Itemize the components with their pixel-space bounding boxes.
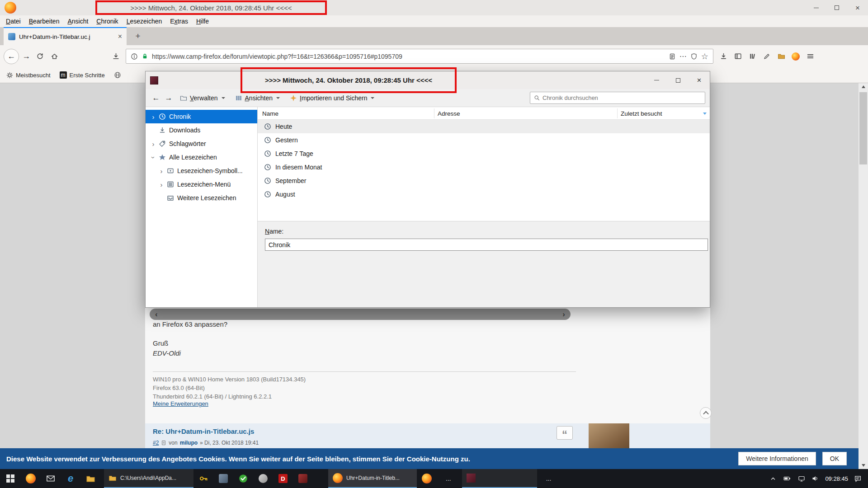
tree-item-downloads[interactable]: Downloads	[146, 123, 257, 137]
taskbar-library-button[interactable]	[462, 469, 537, 488]
menu-datei[interactable]: Datei	[2, 15, 25, 27]
scroll-left-icon[interactable]: ‹	[155, 310, 158, 319]
cookie-info-button[interactable]: Weitere Informationen	[738, 452, 816, 465]
globe-icon[interactable]	[114, 71, 121, 79]
home-button[interactable]	[47, 49, 61, 64]
taskbar-app-icon-1[interactable]	[213, 469, 233, 488]
menu-lesezeichen[interactable]: Lesezeichen	[123, 15, 166, 27]
new-tab-button[interactable]: +	[131, 30, 145, 42]
chevron-right-icon[interactable]: ›	[159, 181, 164, 188]
taskbar-key-icon[interactable]	[193, 469, 213, 488]
taskbar-app-icon-3[interactable]	[293, 469, 313, 488]
taskbar-overflow-2[interactable]: ...	[546, 475, 552, 482]
history-row-august[interactable]: August	[258, 188, 710, 201]
reload-button[interactable]	[33, 49, 47, 64]
history-row-letzte-7-tage[interactable]: Letzte 7 Tage	[258, 147, 710, 160]
menu-ansicht[interactable]: Ansicht	[63, 15, 92, 27]
column-header-name[interactable]: Name	[262, 107, 278, 120]
chevron-right-icon[interactable]: ›	[159, 168, 164, 174]
taskbar-firefox-icon-2[interactable]	[417, 469, 437, 488]
library-maximize-button[interactable]	[667, 71, 689, 89]
tree-item-lesezeichen-symbolleiste[interactable]: › Lesezeichen-Symboll...	[146, 164, 257, 178]
maximize-button[interactable]	[826, 0, 847, 15]
tree-item-alle-lesezeichen[interactable]: › Alle Lesezeichen	[146, 150, 257, 164]
bookmarks-folder-button[interactable]	[774, 49, 788, 64]
taskbar-explorer-button[interactable]: C:\Users\Andi\AppDa...	[104, 469, 193, 488]
history-row-heute[interactable]: Heute	[258, 120, 710, 133]
tab-close-icon[interactable]: ×	[118, 33, 122, 41]
network-icon[interactable]	[797, 475, 806, 482]
ansichten-button[interactable]: Ansichten	[231, 92, 285, 104]
taskbar-dictionary-icon[interactable]: D	[273, 469, 293, 488]
menu-hilfe[interactable]: Hilfe	[192, 15, 213, 27]
taskbar-folder-icon[interactable]	[80, 469, 100, 488]
scroll-right-icon[interactable]: ›	[562, 310, 565, 319]
column-separator[interactable]	[617, 108, 618, 118]
menu-chronik[interactable]: Chronik	[92, 15, 122, 27]
url-bar[interactable]: https://www.camp-firefox.de/forum/viewto…	[126, 49, 713, 64]
scroll-to-top-button[interactable]	[700, 407, 712, 419]
scrollbar-up-button[interactable]	[859, 83, 868, 90]
tray-chevron-up-icon[interactable]	[769, 475, 777, 482]
library-button[interactable]	[745, 49, 760, 64]
close-button[interactable]: ×	[847, 0, 868, 15]
action-center-icon[interactable]	[854, 475, 862, 483]
library-back-button[interactable]: ←	[150, 92, 162, 104]
menu-bearbeiten[interactable]: Bearbeiten	[25, 15, 64, 27]
tab-active[interactable]: Uhr+Datum-in-Titlebar.uc.j ×	[4, 27, 127, 45]
browser-scrollbar[interactable]	[859, 83, 868, 469]
taskbar-edge-icon[interactable]: e	[61, 469, 80, 488]
post-author-link[interactable]: milupo	[180, 440, 198, 446]
code-block-scrollbar[interactable]: ‹ ›	[150, 309, 571, 320]
scrollbar-thumb[interactable]	[859, 92, 867, 164]
library-minimize-button[interactable]	[646, 71, 667, 89]
back-button[interactable]: ←	[4, 49, 19, 64]
post-title-link[interactable]: Re: Uhr+Datum-in-Titlebar.uc.js	[153, 427, 254, 435]
post-number-link[interactable]: #2	[153, 440, 159, 446]
scrollbar-down-button[interactable]	[859, 462, 868, 469]
signature-link[interactable]: Meine Erweiterungen	[153, 400, 208, 407]
chevron-right-icon[interactable]: ›	[151, 113, 156, 120]
forward-button[interactable]: →	[20, 49, 33, 64]
battery-icon[interactable]	[783, 475, 792, 482]
tree-item-weitere-lesezeichen[interactable]: Weitere Lesezeichen	[146, 191, 257, 205]
taskbar-mail-icon[interactable]	[41, 469, 61, 488]
importieren-button[interactable]: Importieren und Sichern	[285, 92, 379, 104]
minimize-button[interactable]	[806, 0, 826, 15]
info-icon[interactable]	[131, 53, 138, 60]
cookie-ok-button[interactable]: OK	[822, 452, 847, 465]
taskbar-overflow-1[interactable]: ...	[446, 475, 451, 482]
chevron-down-icon[interactable]: ›	[150, 155, 157, 160]
lock-icon[interactable]	[142, 53, 148, 60]
menu-extras[interactable]: Extras	[166, 15, 192, 27]
taskbar-antivirus-icon[interactable]	[233, 469, 253, 488]
bookmark-meistbesucht[interactable]: Meistbesucht	[6, 72, 51, 79]
downloads-button[interactable]	[716, 49, 731, 64]
page-actions-icon[interactable]: ⋯	[679, 52, 687, 61]
save-page-button[interactable]	[108, 49, 123, 64]
quote-button[interactable]: “	[557, 426, 573, 440]
taskbar-clock[interactable]: 09:28:45	[825, 475, 848, 482]
taskbar-firefox-button[interactable]: Uhr+Datum-in-Titleb...	[328, 469, 417, 488]
bookmark-star-icon[interactable]: ☆	[701, 52, 708, 61]
column-header-zuletzt-besucht[interactable]: Zuletzt besucht	[621, 107, 662, 120]
library-forward-button[interactable]: →	[163, 92, 175, 104]
shield-icon[interactable]	[690, 53, 698, 60]
tree-item-lesezeichen-menue[interactable]: › Lesezeichen-Menü	[146, 178, 257, 191]
chevron-right-icon[interactable]: ›	[151, 141, 156, 147]
history-row-gestern[interactable]: Gestern	[258, 133, 710, 147]
column-header-adresse[interactable]: Adresse	[438, 107, 460, 120]
verwalten-button[interactable]: Verwalten	[175, 92, 230, 104]
taskbar-app-icon-2[interactable]	[253, 469, 273, 488]
history-row-in-diesem-monat[interactable]: In diesem Monat	[258, 160, 710, 174]
extension-button[interactable]	[788, 49, 803, 64]
edit-button[interactable]	[760, 49, 774, 64]
tree-item-schlagwoerter[interactable]: › Schlagwörter	[146, 137, 257, 150]
name-input[interactable]	[265, 239, 708, 251]
volume-icon[interactable]	[811, 475, 819, 482]
history-row-september[interactable]: September	[258, 174, 710, 188]
library-search-input[interactable]	[542, 94, 701, 101]
menu-button[interactable]	[803, 49, 817, 64]
reader-mode-icon[interactable]	[669, 53, 676, 60]
taskbar-firefox-icon[interactable]	[21, 469, 41, 488]
